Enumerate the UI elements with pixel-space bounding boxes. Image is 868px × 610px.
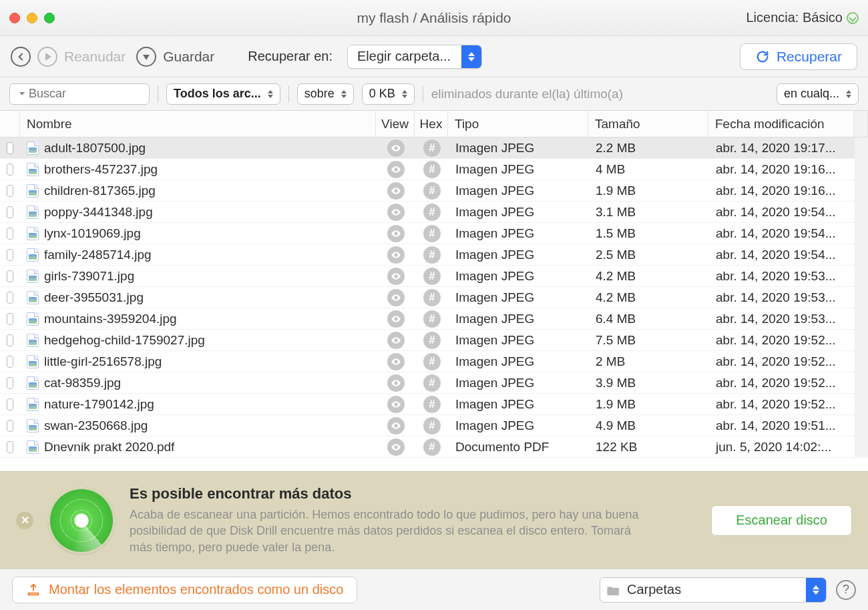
table-row[interactable]: nature-1790142.jpg#Imagen JPEG1.9 MBabr.… [0,394,868,415]
row-hex[interactable]: # [415,287,449,308]
search-input-wrap[interactable] [9,83,150,105]
row-hex[interactable]: # [415,137,449,158]
row-hex[interactable]: # [415,266,449,286]
file-name: hedgehog-child-1759027.jpg [44,333,205,348]
type-filter-select[interactable]: Todos los arc... [166,83,280,105]
recover-button[interactable]: Recuperar [740,43,857,70]
scan-disk-button[interactable]: Escanear disco [711,505,852,536]
row-preview[interactable] [377,394,415,414]
size-mode-select[interactable]: sobre [297,83,354,105]
window-close-button[interactable] [9,13,20,23]
back-button[interactable] [11,47,31,67]
row-preview[interactable] [377,180,415,201]
destination-folder-select[interactable]: Elegir carpeta... [347,45,482,69]
row-preview[interactable] [377,287,415,308]
file-icon [27,440,39,454]
col-hex[interactable]: Hex [415,111,448,137]
col-view[interactable]: View [376,111,415,137]
save-button[interactable] [136,47,156,67]
scrollbar-gutter [855,415,868,436]
table-row[interactable]: family-2485714.jpg#Imagen JPEG2.5 MBabr.… [0,244,868,266]
size-value-select[interactable]: 0 KB [362,83,415,105]
help-button[interactable]: ? [836,580,856,600]
row-hex[interactable]: # [415,415,449,436]
mount-button[interactable]: Montar los elementos encontrados como un… [12,577,357,603]
col-date[interactable]: Fecha modificación [708,111,854,137]
row-type: Imagen JPEG [449,137,589,158]
updown-icon [846,90,851,98]
row-checkbox[interactable] [0,159,20,180]
col-size[interactable]: Tamaño [588,111,708,137]
window-minimize-button[interactable] [27,13,37,23]
row-date: abr. 14, 2020 19:52... [709,372,855,393]
row-preview[interactable] [377,223,415,244]
view-mode-select[interactable]: Carpetas [600,577,827,603]
table-row[interactable]: hedgehog-child-1759027.jpg#Imagen JPEG7.… [0,330,868,351]
row-checkbox[interactable] [0,223,20,244]
table-row[interactable]: lynx-1019069.jpg#Imagen JPEG1.5 MBabr. 1… [0,223,868,244]
row-preview[interactable] [377,266,415,286]
row-preview[interactable] [377,415,415,436]
row-type: Documento PDF [449,436,589,457]
table-row[interactable]: deer-3955031.jpg#Imagen JPEG4.2 MBabr. 1… [0,287,868,308]
row-hex[interactable]: # [415,202,449,222]
row-checkbox[interactable] [0,287,20,308]
row-preview[interactable] [377,159,415,180]
row-checkbox[interactable] [0,415,20,436]
row-hex[interactable]: # [415,436,449,457]
row-hex[interactable]: # [415,394,449,414]
row-preview[interactable] [377,202,415,222]
row-hex[interactable]: # [415,330,449,350]
row-hex[interactable]: # [415,180,449,201]
row-checkbox[interactable] [0,436,20,457]
filter-toolbar: Todos los arc... sobre 0 KB eliminados d… [0,77,868,111]
separator [288,85,289,103]
row-hex[interactable]: # [415,372,449,393]
eye-icon [387,396,405,413]
banner-close-button[interactable]: ✕ [16,512,33,529]
row-hex[interactable]: # [415,159,449,180]
row-preview[interactable] [377,436,415,457]
table-row[interactable]: mountains-3959204.jpg#Imagen JPEG6.4 MBa… [0,308,868,330]
row-checkbox[interactable] [0,330,20,350]
row-checkbox[interactable] [0,137,20,158]
row-hex[interactable]: # [415,308,449,329]
license-menu[interactable]: Licencia: Básico [746,10,859,25]
row-checkbox[interactable] [0,244,20,265]
table-row[interactable]: cat-98359.jpg#Imagen JPEG3.9 MBabr. 14, … [0,372,868,394]
row-hex[interactable]: # [415,223,449,244]
row-checkbox[interactable] [0,394,20,414]
table-row[interactable]: brothers-457237.jpg#Imagen JPEG4 MBabr. … [0,159,868,180]
row-checkbox[interactable] [0,351,20,372]
table-row[interactable]: adult-1807500.jpg#Imagen JPEG2.2 MBabr. … [0,137,868,159]
search-input[interactable] [29,87,184,101]
col-type[interactable]: Tipo [448,111,588,137]
table-row[interactable]: swan-2350668.jpg#Imagen JPEG4.9 MBabr. 1… [0,415,868,436]
row-hex[interactable]: # [415,244,449,265]
row-preview[interactable] [377,244,415,265]
table-row[interactable]: little-girl-2516578.jpg#Imagen JPEG2 MBa… [0,351,868,372]
row-checkbox[interactable] [0,266,20,286]
col-checkbox[interactable] [0,111,20,137]
resume-button[interactable] [37,47,57,67]
row-hex[interactable]: # [415,351,449,372]
table-header: Nombre View Hex Tipo Tamaño Fecha modifi… [0,111,868,137]
row-preview[interactable] [377,330,415,350]
row-type: Imagen JPEG [449,159,589,180]
scrollbar-gutter [855,159,868,180]
row-preview[interactable] [377,372,415,393]
window-zoom-button[interactable] [44,13,55,23]
row-preview[interactable] [377,351,415,372]
col-name[interactable]: Nombre [20,111,376,137]
table-row[interactable]: girls-739071.jpg#Imagen JPEG4.2 MBabr. 1… [0,266,868,287]
table-row[interactable]: Dnevnik prakt 2020.pdf#Documento PDF122 … [0,436,868,458]
row-checkbox[interactable] [0,180,20,201]
table-row[interactable]: children-817365.jpg#Imagen JPEG1.9 MBabr… [0,180,868,202]
row-preview[interactable] [377,308,415,329]
row-checkbox[interactable] [0,372,20,393]
table-row[interactable]: poppy-3441348.jpg#Imagen JPEG3.1 MBabr. … [0,202,868,223]
row-checkbox[interactable] [0,308,20,329]
row-checkbox[interactable] [0,202,20,222]
row-preview[interactable] [377,137,415,158]
time-filter-select[interactable]: en cualq... [777,83,859,105]
